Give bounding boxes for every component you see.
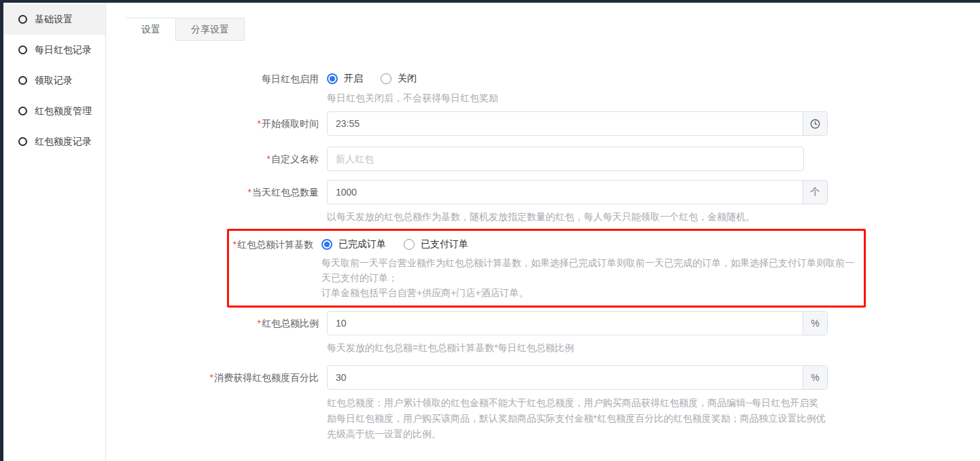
quota-percent-input-group: % <box>327 365 828 390</box>
radio-paid-orders[interactable]: 已支付订单 <box>404 238 468 251</box>
radio-checked-icon[interactable] <box>327 73 338 84</box>
sidebar-item-label: 基础设置 <box>35 14 73 26</box>
circle-icon <box>18 76 27 85</box>
daily-count-input[interactable] <box>328 181 803 204</box>
field-label: *自定义名称 <box>106 147 327 171</box>
tab-settings[interactable]: 设置 <box>126 18 175 41</box>
field-label: *红包总额计算基数 <box>229 238 321 300</box>
circle-icon <box>18 137 27 146</box>
start-time-input[interactable] <box>328 112 803 135</box>
required-mark: * <box>258 318 261 329</box>
quota-percent-input[interactable] <box>328 366 803 389</box>
help-text: 每天发放的红包总额=红包总额计算基数*每日红包总额比例 <box>327 341 828 354</box>
required-mark: * <box>248 187 251 198</box>
form-row-quota-percent: *消费获得红包额度百分比 % 红包总额度：用户累计领取的红包金额不能大于红包总额… <box>106 365 980 442</box>
help-text: 每天取前一天平台营业额作为红包总额计算基数，如果选择已完成订单则取前一天已完成的… <box>321 255 856 300</box>
form-row-custom-name: *自定义名称 <box>106 147 980 171</box>
sidebar-item-claim-records[interactable]: 领取记录 <box>3 65 105 96</box>
sidebar-item-label: 红包额度管理 <box>35 105 92 117</box>
radio-unchecked-icon[interactable] <box>381 73 391 84</box>
tab-bar: 设置 分享设置 <box>126 18 245 41</box>
radio-enable-on[interactable]: 开启 <box>327 73 363 85</box>
radio-label: 开启 <box>344 73 363 85</box>
circle-icon <box>18 15 27 24</box>
sidebar-item-daily-redpacket-records[interactable]: 每日红包记录 <box>3 35 105 65</box>
main-content: 设置 分享设置 每日红包启用 开启 关闭 每日红包关闭后， <box>106 3 980 461</box>
field-label: *当天红包总数量 <box>106 180 327 223</box>
required-mark: * <box>233 239 237 250</box>
total-ratio-input[interactable] <box>328 312 803 335</box>
form-row-daily-count: *当天红包总数量 个 以每天发放的红包总额作为基数，随机发放指定数量的红包，每人… <box>106 180 980 223</box>
radio-enable-off[interactable]: 关闭 <box>381 73 417 85</box>
field-label: 每日红包启用 <box>106 72 327 105</box>
required-mark: * <box>267 153 270 164</box>
form-row-daily-enable: 每日红包启用 开启 关闭 每日红包关闭后，不会获得每日红包奖励 <box>106 72 980 105</box>
required-mark: * <box>210 372 213 383</box>
form-row-start-time: *开始领取时间 <box>106 111 980 136</box>
help-line-1: 每天取前一天平台营业额作为红包总额计算基数，如果选择已完成订单则取前一天已完成的… <box>321 255 856 285</box>
unit-addon: 个 <box>803 181 827 204</box>
sidebar-item-label: 领取记录 <box>35 75 73 87</box>
field-label: *红包总额比例 <box>106 311 327 354</box>
percent-addon: % <box>803 312 827 335</box>
field-label: *开始领取时间 <box>106 111 327 136</box>
radio-checked-icon[interactable] <box>321 239 332 250</box>
clock-icon[interactable] <box>803 112 827 135</box>
time-input-group <box>327 111 828 136</box>
help-line-2: 订单金额包括平台自营+供应商+门店+酒店订单。 <box>321 285 856 300</box>
ratio-input-group: % <box>327 311 828 335</box>
form-row-base-calc: *红包总额计算基数 已完成订单 已支付订单 每天取前一 <box>229 238 864 300</box>
tab-share-settings[interactable]: 分享设置 <box>175 18 245 41</box>
field-label: *消费获得红包额度百分比 <box>106 365 327 442</box>
sidebar-item-quota-management[interactable]: 红包额度管理 <box>3 96 105 126</box>
circle-icon <box>18 107 27 115</box>
radio-label: 已完成订单 <box>338 238 386 251</box>
sidebar: 基础设置 每日红包记录 领取记录 红包额度管理 红包额度记录 <box>3 3 106 461</box>
sidebar-item-basic-settings[interactable]: 基础设置 <box>3 4 105 35</box>
required-mark: * <box>258 118 261 129</box>
radio-label: 已支付订单 <box>421 238 468 251</box>
help-text: 每日红包关闭后，不会获得每日红包奖励 <box>327 91 828 105</box>
radio-unchecked-icon[interactable] <box>404 239 415 250</box>
settings-form: 每日红包启用 开启 关闭 每日红包关闭后，不会获得每日红包奖励 <box>106 72 980 461</box>
radio-completed-orders[interactable]: 已完成订单 <box>321 238 386 251</box>
percent-addon: % <box>803 366 827 389</box>
help-text: 以每天发放的红包总额作为基数，随机发放指定数量的红包，每人每天只能领取一个红包，… <box>327 210 828 223</box>
radio-label: 关闭 <box>398 73 417 85</box>
form-row-total-ratio: *红包总额比例 % 每天发放的红包总额=红包总额计算基数*每日红包总额比例 <box>106 311 980 354</box>
circle-icon <box>18 45 27 54</box>
help-text: 红包总额度：用户累计领取的红包金额不能大于红包总额度，用户购买商品获得红包额度，… <box>327 395 828 442</box>
sidebar-item-label: 红包额度记录 <box>35 136 92 148</box>
sidebar-item-quota-records[interactable]: 红包额度记录 <box>3 126 105 157</box>
count-input-group: 个 <box>327 180 828 204</box>
custom-name-input[interactable] <box>327 147 804 171</box>
red-highlight-annotation: *红包总额计算基数 已完成订单 已支付订单 每天取前一 <box>227 229 866 308</box>
sidebar-item-label: 每日红包记录 <box>35 44 92 56</box>
